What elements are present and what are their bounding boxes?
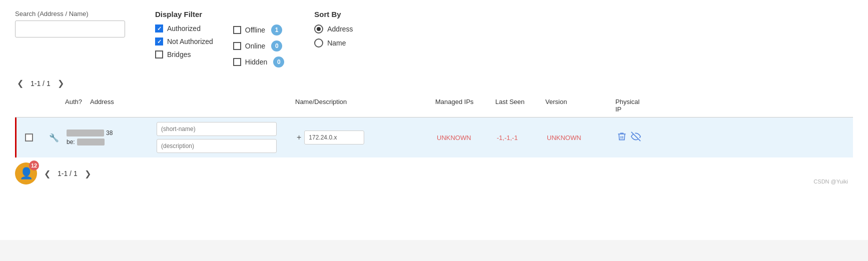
pagination-top: ❮ 1-1 / 1 ❯: [15, 78, 853, 89]
filter-label-online: Online: [245, 42, 265, 50]
address-line2: be:: [67, 138, 157, 146]
ip-input[interactable]: [304, 130, 364, 144]
version-value: -1,-1,-1: [497, 134, 518, 142]
checkbox-online[interactable]: [233, 42, 241, 50]
col-header-actions: [645, 98, 675, 113]
address-be-prefix: be:: [67, 138, 75, 146]
badge-offline: 1: [271, 24, 282, 36]
avatar[interactable]: 👤 12: [15, 162, 37, 184]
filter-label-bridges: Bridges: [167, 50, 191, 58]
badge-online: 0: [271, 40, 282, 52]
row-checkbox[interactable]: [25, 134, 33, 142]
checkbox-bridges[interactable]: [155, 50, 163, 58]
physical-ip-value: UNKNOWN: [547, 134, 581, 142]
nav-prev-bottom[interactable]: ❮: [42, 168, 53, 180]
col-header-name: Name/Description: [295, 98, 435, 113]
pagination-range-bottom: 1-1 / 1: [58, 170, 78, 178]
radio-name[interactable]: [314, 38, 323, 48]
filter-rows: Authorized Not Authorized Bridges: [155, 24, 284, 68]
filter-item-not-authorized[interactable]: Not Authorized: [155, 38, 213, 46]
add-ip-button[interactable]: +: [297, 133, 301, 142]
name-desc-cell: [157, 122, 297, 153]
search-input[interactable]: [15, 20, 125, 38]
col-header-version: Version: [545, 98, 615, 113]
address-blurred-2: [77, 138, 105, 146]
col-auth-empty2: [40, 98, 65, 113]
nav-next-bottom[interactable]: ❯: [83, 168, 93, 180]
display-filter-section: Display Filter Authorized Not Authorized…: [155, 10, 284, 68]
sort-item-name[interactable]: Name: [314, 38, 353, 48]
nav-next-top[interactable]: ❯: [56, 78, 66, 89]
checkbox-authorized[interactable]: [155, 24, 163, 32]
filter-label-offline: Offline: [245, 26, 265, 34]
address-blurred-1: [67, 130, 104, 136]
sort-item-address[interactable]: Address: [314, 24, 353, 34]
physical-ip-cell: UNKNOWN: [547, 134, 617, 142]
radio-address[interactable]: [314, 24, 323, 34]
row-checkbox-cell[interactable]: [17, 134, 42, 142]
filter-item-hidden[interactable]: Hidden 0: [233, 56, 284, 68]
address-cell: 38 be:: [67, 130, 157, 146]
search-label: Search (Address / Name): [15, 10, 125, 18]
col-header-last-seen: Last Seen: [495, 98, 545, 113]
bottom-bar: 👤 12 ❮ 1-1 / 1 ❯ CSDN @Yuiki: [15, 158, 853, 184]
nav-prev-top[interactable]: ❮: [15, 78, 26, 89]
eye-slash-icon[interactable]: [631, 132, 641, 144]
filter-item-bridges[interactable]: Bridges: [155, 50, 213, 58]
address-line1: 38: [67, 130, 157, 136]
filter-col-right: Offline 1 Online 0 Hidden 0: [233, 24, 284, 68]
filter-col-left: Authorized Not Authorized Bridges: [155, 24, 213, 68]
last-seen-cell: UNKNOWN: [437, 134, 497, 142]
description-input[interactable]: [157, 139, 277, 153]
filter-label-authorized: Authorized: [167, 24, 201, 32]
address-suffix: 38: [106, 130, 113, 136]
sort-label-address: Address: [327, 25, 353, 33]
filter-item-offline[interactable]: Offline 1: [233, 24, 284, 36]
managed-ips-cell: +: [297, 130, 437, 144]
sort-section: Sort By Address Name: [314, 10, 353, 48]
checkbox-not-authorized[interactable]: [155, 38, 163, 46]
filter-label-not-authorized: Not Authorized: [167, 38, 213, 46]
search-section: Search (Address / Name): [15, 10, 125, 38]
filter-item-authorized[interactable]: Authorized: [155, 24, 213, 32]
action-icons: [617, 132, 647, 144]
version-cell: -1,-1,-1: [497, 134, 547, 142]
filter-item-online[interactable]: Online 0: [233, 40, 284, 52]
sort-label-name: Name: [327, 39, 346, 47]
checkbox-hidden[interactable]: [233, 58, 241, 66]
last-seen-value: UNKNOWN: [437, 134, 471, 142]
pagination-range-top: 1-1 / 1: [31, 80, 51, 88]
sort-options: Address Name: [314, 24, 353, 48]
display-filter-title: Display Filter: [155, 10, 284, 18]
badge-hidden: 0: [273, 56, 284, 68]
table-header: Auth? Address Name/Description Managed I…: [15, 94, 853, 118]
col-header-address: Address: [90, 98, 295, 113]
col-header-physical-ip: Physical IP: [615, 98, 645, 113]
table-row: 🔧 38 be: + UNKNOWN -1,-1,-1 UNKNOWN: [15, 118, 853, 158]
wrench-icon[interactable]: 🔧: [42, 133, 67, 142]
short-name-input[interactable]: [157, 122, 277, 136]
notification-badge: 12: [29, 160, 39, 170]
checkbox-offline[interactable]: [233, 26, 241, 34]
col-header-managed-ips: Managed IPs: [435, 98, 495, 113]
watermark: CSDN @Yuiki: [813, 178, 848, 184]
trash-icon[interactable]: [617, 132, 627, 144]
main-container: Search (Address / Name) Display Filter A…: [0, 0, 868, 240]
top-section: Search (Address / Name) Display Filter A…: [15, 10, 853, 68]
filter-label-hidden: Hidden: [245, 58, 267, 66]
sort-title: Sort By: [314, 10, 353, 18]
col-auth-empty1: [15, 98, 40, 113]
